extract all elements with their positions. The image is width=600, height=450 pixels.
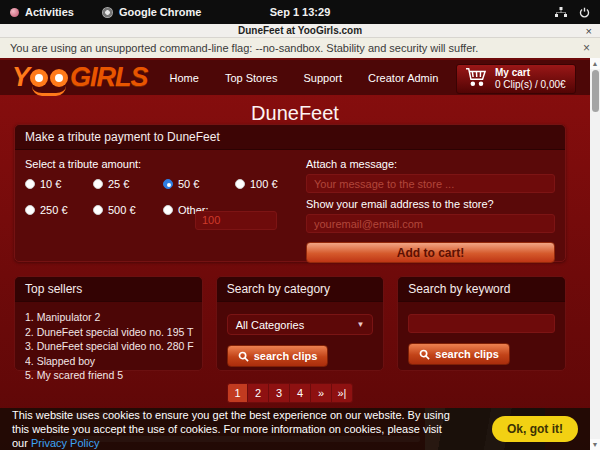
flag-warning-text: You are using an unsupported command-lin… (10, 42, 478, 54)
logo-o-icon (30, 69, 48, 87)
search-keyword-header: Search by keyword (398, 277, 565, 302)
top-sellers-panel: Top sellers Manipulator 2 DuneFeet speci… (14, 276, 203, 371)
focused-app-menu[interactable]: Google Chrome (119, 6, 202, 18)
page-button-3[interactable]: 3 (269, 383, 290, 403)
privacy-policy-link[interactable]: Privacy Policy (31, 437, 99, 449)
message-label: Attach a message: (306, 158, 555, 170)
category-select[interactable]: All Categories ▼ (227, 314, 374, 335)
radio-icon[interactable] (93, 179, 103, 189)
tab-title: DuneFeet at YooGirls.com (238, 25, 362, 36)
pagination: 1 2 3 4 » »| (14, 383, 566, 403)
page-button-2[interactable]: 2 (248, 383, 269, 403)
flag-warning-bar: You are using an unsupported command-lin… (0, 38, 600, 58)
radio-icon[interactable] (25, 179, 35, 189)
system-top-bar: Activities Google Chrome Sep 1 13:29 (0, 0, 600, 24)
site-header: YGIRLS Home Top Stores Support Creator A… (0, 58, 590, 95)
radio-icon[interactable] (163, 205, 173, 215)
amount-option-25[interactable]: 25 € (93, 178, 163, 190)
search-icon (419, 349, 430, 360)
search-keyword-panel: Search by keyword search clips (397, 276, 566, 371)
cart-widget[interactable]: My cart 0 Clip(s) / 0,00€ (456, 64, 576, 94)
top-seller-item[interactable]: My scared friend 5 (25, 369, 194, 381)
nav-home[interactable]: Home (170, 72, 199, 84)
other-amount-input[interactable] (195, 211, 277, 230)
top-seller-item[interactable]: DuneFeet special video no. 195 T (25, 326, 194, 338)
scrollbar-thumb[interactable] (592, 70, 599, 112)
radio-icon[interactable] (25, 205, 35, 215)
power-icon[interactable] (579, 7, 590, 18)
cart-icon (465, 67, 487, 91)
add-to-cart-button[interactable]: Add to cart! (306, 242, 555, 263)
radio-icon[interactable] (163, 179, 173, 189)
cookie-accept-button[interactable]: Ok, got it! (492, 416, 578, 442)
cart-title: My cart (495, 67, 566, 80)
amount-option-50[interactable]: 50 € (163, 178, 235, 190)
tribute-panel-header: Make a tribute payment to DuneFeet (15, 125, 565, 150)
search-category-header: Search by category (217, 277, 384, 302)
email-label: Show your email address to the store? (306, 198, 555, 210)
top-sellers-list: Manipulator 2 DuneFeet special video no.… (15, 302, 202, 381)
radio-icon[interactable] (235, 179, 245, 189)
chevron-down-icon: ▼ (356, 320, 364, 329)
search-category-panel: Search by category All Categories ▼ sear… (216, 276, 385, 371)
nav-top-stores[interactable]: Top Stores (225, 72, 278, 84)
recording-indicator-icon (10, 8, 19, 17)
page-button-1[interactable]: 1 (227, 383, 248, 403)
search-clips-button-category[interactable]: search clips (227, 345, 329, 367)
radio-icon[interactable] (93, 205, 103, 215)
main-nav: Home Top Stores Support Creator Admin (170, 72, 439, 84)
email-input[interactable] (306, 214, 555, 233)
top-seller-item[interactable]: Slapped boy (25, 355, 194, 367)
yoogirls-logo[interactable]: YGIRLS (12, 64, 148, 91)
amount-option-100[interactable]: 100 € (235, 178, 297, 190)
search-clips-button-keyword[interactable]: search clips (408, 343, 510, 365)
amount-option-250[interactable]: 250 € (25, 204, 93, 216)
tribute-panel: Make a tribute payment to DuneFeet Selec… (14, 124, 566, 262)
top-seller-item[interactable]: DuneFeet special video no. 280 F (25, 340, 194, 352)
activities-button[interactable]: Activities (25, 6, 74, 18)
scroll-up-icon[interactable]: ▲ (590, 58, 600, 69)
cart-summary: 0 Clip(s) / 0,00€ (495, 79, 566, 92)
top-sellers-header: Top sellers (15, 277, 202, 302)
cookie-consent-bar: This website uses cookies to ensure you … (0, 408, 590, 450)
page-button-4[interactable]: 4 (290, 383, 311, 403)
browser-title-bar: DuneFeet at YooGirls.com × (0, 24, 600, 38)
nav-support[interactable]: Support (303, 72, 342, 84)
scroll-down-icon[interactable]: ▼ (590, 439, 600, 450)
amount-label: Select a tribute amount: (25, 158, 290, 170)
amount-option-500[interactable]: 500 € (93, 204, 163, 216)
page-button-last[interactable]: »| (332, 383, 353, 403)
logo-y: Y (12, 64, 29, 91)
logo-o-icon (50, 69, 68, 87)
browser-scrollbar[interactable]: ▲ ▼ (590, 58, 600, 450)
logo-smile-icon (32, 86, 66, 96)
top-seller-item[interactable]: Manipulator 2 (25, 311, 194, 323)
search-icon (238, 351, 249, 362)
page-button-next[interactable]: » (311, 383, 332, 403)
chrome-app-icon (102, 7, 113, 18)
logo-girls: GIRLS (70, 64, 148, 91)
cookie-message: This website uses cookies to ensure you … (12, 408, 452, 450)
warning-close-icon[interactable]: × (583, 41, 590, 55)
page-viewport: YGIRLS Home Top Stores Support Creator A… (0, 58, 590, 450)
amount-option-10[interactable]: 10 € (25, 178, 93, 190)
message-input[interactable] (306, 174, 555, 193)
network-tree-icon[interactable] (555, 7, 567, 18)
nav-creator-admin[interactable]: Creator Admin (368, 72, 438, 84)
keyword-input[interactable] (408, 314, 555, 333)
window-close-icon[interactable]: × (586, 24, 592, 38)
